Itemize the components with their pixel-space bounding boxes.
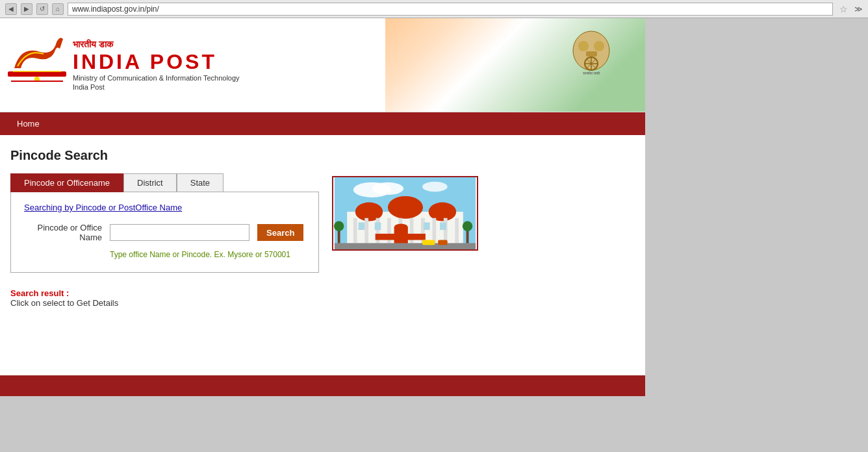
svg-rect-33 xyxy=(359,222,365,230)
site-header: भारतीय डाक INDIA POST Ministry of Commun… xyxy=(0,18,645,112)
svg-point-15 xyxy=(372,182,403,195)
svg-rect-29 xyxy=(444,218,448,244)
svg-rect-44 xyxy=(438,240,447,245)
svg-rect-38 xyxy=(335,243,476,249)
svg-rect-35 xyxy=(424,222,430,230)
address-bar[interactable] xyxy=(68,3,833,16)
tab-district[interactable]: District xyxy=(123,173,177,192)
svg-rect-43 xyxy=(422,240,435,245)
main-content: Pincode Search Pincode or Officename Dis… xyxy=(0,135,645,362)
ministry-text: Ministry of Communication & Information … xyxy=(73,74,240,82)
home-button[interactable]: ⌂ xyxy=(52,3,64,15)
header-logo: भारतीय डाक INDIA POST Ministry of Commun… xyxy=(8,32,240,97)
svg-point-42 xyxy=(463,221,472,231)
india-post-label: India Post xyxy=(73,83,240,91)
svg-rect-34 xyxy=(375,222,381,230)
svg-rect-22 xyxy=(364,218,368,244)
pincode-input[interactable] xyxy=(110,224,249,241)
back-button[interactable]: ◀ xyxy=(5,3,17,15)
tab-pincode[interactable]: Pincode or Officename xyxy=(10,173,123,192)
result-subtitle: Click on select to Get Details xyxy=(10,298,635,308)
svg-point-4 xyxy=(578,41,589,51)
svg-rect-0 xyxy=(8,71,66,77)
search-button[interactable]: Search xyxy=(257,224,303,241)
svg-rect-36 xyxy=(440,222,446,230)
menu-icon[interactable]: ≫ xyxy=(854,5,863,14)
ashoka-emblem: सत्यमेव जयते xyxy=(570,28,613,79)
search-section: Pincode or Officename District State Sea… xyxy=(10,173,319,273)
form-label: Pincode or Office Name xyxy=(24,223,102,242)
search-result: Search result : Click on select to Get D… xyxy=(10,288,635,308)
svg-rect-37 xyxy=(376,234,426,240)
refresh-button[interactable]: ↺ xyxy=(36,3,48,15)
result-title: Search result : xyxy=(10,288,635,298)
tab-state[interactable]: State xyxy=(177,173,223,192)
website-container: भारतीय डाक INDIA POST Ministry of Commun… xyxy=(0,18,645,396)
right-gray-area xyxy=(645,18,868,396)
hint-text: Type office Name or Pincode. Ex. Mysore … xyxy=(110,250,305,259)
svg-point-19 xyxy=(388,196,423,219)
nav-home[interactable]: Home xyxy=(8,115,49,132)
india-post-logo-icon xyxy=(8,32,66,97)
svg-point-32 xyxy=(394,223,408,231)
svg-rect-6 xyxy=(586,51,597,56)
english-logo-text: INDIA POST xyxy=(73,50,240,74)
search-form-box: Searching by Pincode or PostOffice Name … xyxy=(10,192,319,273)
logo-text-block: भारतीय डाक INDIA POST Ministry of Commun… xyxy=(73,39,240,91)
post-office-image xyxy=(332,176,478,251)
page-title: Pincode Search xyxy=(10,148,635,163)
svg-text:सत्यमेव जयते: सत्यमेव जयते xyxy=(582,71,600,75)
svg-rect-28 xyxy=(432,218,436,244)
form-row: Pincode or Office Name Search xyxy=(24,223,305,242)
svg-point-40 xyxy=(334,221,344,231)
svg-point-5 xyxy=(594,41,604,51)
forward-button[interactable]: ▶ xyxy=(21,3,32,15)
hindi-logo-text: भारतीय डाक xyxy=(73,39,240,50)
content-area: Pincode or Officename District State Sea… xyxy=(10,173,635,273)
site-footer xyxy=(0,375,645,396)
nav-bar: Home xyxy=(0,112,645,135)
svg-rect-30 xyxy=(455,218,459,244)
browser-chrome: ◀ ▶ ↺ ⌂ ☆ ≫ xyxy=(0,0,868,18)
search-instructions-link[interactable]: Searching by Pincode or PostOffice Name xyxy=(24,203,305,212)
bookmark-icon[interactable]: ☆ xyxy=(839,4,848,14)
svg-rect-21 xyxy=(353,218,357,244)
svg-point-16 xyxy=(422,182,448,192)
tabs-container: Pincode or Officename District State xyxy=(10,173,319,192)
